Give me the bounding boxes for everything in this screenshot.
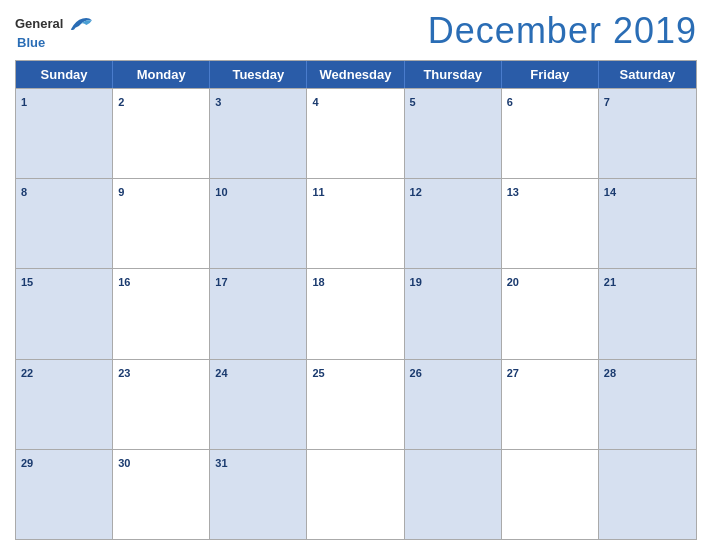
col-friday: Friday [502, 61, 599, 88]
cal-cell-3-4: 18 [307, 269, 404, 358]
cal-cell-1-5: 5 [405, 89, 502, 178]
cal-cell-3-5: 19 [405, 269, 502, 358]
week-row-5: 293031 [16, 449, 696, 539]
cell-date-number: 13 [507, 186, 519, 198]
cal-cell-5-4 [307, 450, 404, 539]
cell-date-number: 18 [312, 276, 324, 288]
cell-date-number: 1 [21, 96, 27, 108]
cal-cell-2-4: 11 [307, 179, 404, 268]
cell-date-number: 23 [118, 367, 130, 379]
cal-cell-4-1: 22 [16, 360, 113, 449]
week-row-2: 891011121314 [16, 178, 696, 268]
col-tuesday: Tuesday [210, 61, 307, 88]
cal-cell-1-3: 3 [210, 89, 307, 178]
cal-cell-5-7 [599, 450, 696, 539]
logo-general-text: General [15, 16, 63, 31]
cal-cell-3-7: 21 [599, 269, 696, 358]
cell-date-number: 29 [21, 457, 33, 469]
cal-cell-5-5 [405, 450, 502, 539]
logo-blue-text: Blue [17, 35, 45, 50]
week-row-3: 15161718192021 [16, 268, 696, 358]
cell-date-number: 22 [21, 367, 33, 379]
cell-date-number: 30 [118, 457, 130, 469]
cal-cell-5-3: 31 [210, 450, 307, 539]
cal-cell-4-6: 27 [502, 360, 599, 449]
cell-date-number: 28 [604, 367, 616, 379]
cal-cell-4-2: 23 [113, 360, 210, 449]
cal-cell-1-1: 1 [16, 89, 113, 178]
cal-cell-2-7: 14 [599, 179, 696, 268]
cell-date-number: 10 [215, 186, 227, 198]
cell-date-number: 24 [215, 367, 227, 379]
cell-date-number: 20 [507, 276, 519, 288]
cell-date-number: 27 [507, 367, 519, 379]
cell-date-number: 4 [312, 96, 318, 108]
cell-date-number: 8 [21, 186, 27, 198]
logo: General Blue [15, 13, 94, 50]
cell-date-number: 17 [215, 276, 227, 288]
cell-date-number: 5 [410, 96, 416, 108]
cell-date-number: 15 [21, 276, 33, 288]
cell-date-number: 19 [410, 276, 422, 288]
cal-cell-4-7: 28 [599, 360, 696, 449]
cal-cell-1-6: 6 [502, 89, 599, 178]
cell-date-number: 31 [215, 457, 227, 469]
cell-date-number: 21 [604, 276, 616, 288]
calendar-body: 1234567891011121314151617181920212223242… [16, 88, 696, 539]
week-row-4: 22232425262728 [16, 359, 696, 449]
cal-cell-2-3: 10 [210, 179, 307, 268]
cal-cell-5-2: 30 [113, 450, 210, 539]
col-wednesday: Wednesday [307, 61, 404, 88]
cell-date-number: 12 [410, 186, 422, 198]
page-header: General Blue December 2019 [15, 10, 697, 52]
col-sunday: Sunday [16, 61, 113, 88]
cal-cell-4-3: 24 [210, 360, 307, 449]
cell-date-number: 11 [312, 186, 324, 198]
cal-cell-2-6: 13 [502, 179, 599, 268]
cal-cell-4-5: 26 [405, 360, 502, 449]
cell-date-number: 2 [118, 96, 124, 108]
week-row-1: 1234567 [16, 88, 696, 178]
cal-cell-5-6 [502, 450, 599, 539]
col-saturday: Saturday [599, 61, 696, 88]
calendar-page: General Blue December 2019 Sunday Monday… [0, 0, 712, 550]
cal-cell-3-6: 20 [502, 269, 599, 358]
cell-date-number: 25 [312, 367, 324, 379]
cell-date-number: 3 [215, 96, 221, 108]
cell-date-number: 14 [604, 186, 616, 198]
cal-cell-2-5: 12 [405, 179, 502, 268]
cal-cell-2-2: 9 [113, 179, 210, 268]
calendar-grid: Sunday Monday Tuesday Wednesday Thursday… [15, 60, 697, 540]
cal-cell-4-4: 25 [307, 360, 404, 449]
cell-date-number: 16 [118, 276, 130, 288]
cal-cell-3-2: 16 [113, 269, 210, 358]
cal-cell-1-2: 2 [113, 89, 210, 178]
cell-date-number: 26 [410, 367, 422, 379]
cal-cell-3-1: 15 [16, 269, 113, 358]
col-monday: Monday [113, 61, 210, 88]
cal-cell-1-7: 7 [599, 89, 696, 178]
logo-bird-icon [66, 13, 94, 35]
cell-date-number: 6 [507, 96, 513, 108]
cal-cell-3-3: 17 [210, 269, 307, 358]
cal-cell-2-1: 8 [16, 179, 113, 268]
cal-cell-1-4: 4 [307, 89, 404, 178]
cal-cell-5-1: 29 [16, 450, 113, 539]
cell-date-number: 7 [604, 96, 610, 108]
cell-date-number: 9 [118, 186, 124, 198]
calendar-title: December 2019 [428, 10, 697, 52]
col-thursday: Thursday [405, 61, 502, 88]
calendar-header: Sunday Monday Tuesday Wednesday Thursday… [16, 61, 696, 88]
